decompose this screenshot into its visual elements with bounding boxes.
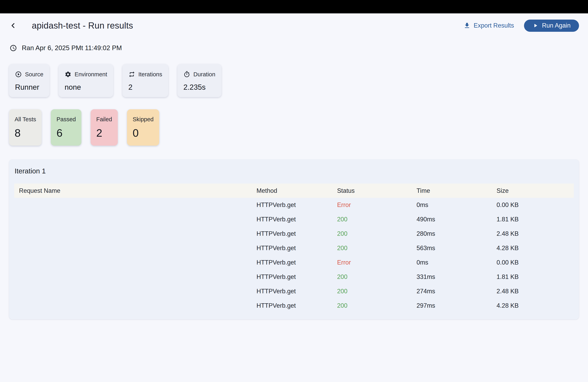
run-again-button[interactable]: Run Again	[524, 19, 579, 32]
stat-card-label: Failed	[96, 116, 112, 123]
method-cell: HTTPVerb.get	[257, 302, 337, 309]
column-header-method: Method	[257, 187, 337, 194]
table-row: HTTPVerb.get 200 297ms 4.28 KB	[14, 299, 574, 313]
summary-card-value: 2	[128, 83, 162, 92]
status-cell: Error	[337, 259, 416, 266]
summary-card-value: Runner	[15, 83, 43, 92]
time-cell: 0ms	[417, 201, 497, 209]
window-top-bar	[0, 0, 588, 13]
summary-card-label: Source	[25, 71, 43, 78]
status-cell: 200	[337, 302, 416, 309]
stat-card-value: 0	[133, 127, 154, 139]
column-header-size: Size	[497, 187, 574, 194]
column-header-status: Status	[337, 187, 416, 194]
summary-card-label: Iterations	[138, 71, 162, 78]
run-timestamp-row: Ran Apr 6, 2025 PMt 11:49:02 PM	[9, 44, 579, 52]
results-table: Request Name Method Status Time Size HTT…	[14, 184, 574, 313]
results-table-header: Request Name Method Status Time Size	[14, 184, 574, 198]
table-row: HTTPVerb.get 200 563ms 4.28 KB	[14, 241, 574, 255]
column-header-request-name: Request Name	[14, 187, 257, 194]
stat-card-skipped[interactable]: Skipped 0	[127, 109, 159, 146]
status-cell: 200	[337, 216, 416, 223]
export-results-button[interactable]: Export Results	[463, 22, 514, 29]
size-cell: 4.28 KB	[497, 245, 574, 252]
status-cell: 200	[337, 288, 416, 295]
stat-card-label: Skipped	[133, 116, 154, 123]
stat-card-value: 6	[56, 127, 76, 139]
size-cell: 1.81 KB	[497, 273, 574, 281]
time-cell: 331ms	[417, 273, 497, 281]
summary-card-value: 2.235s	[183, 83, 215, 92]
status-cell: 200	[337, 245, 416, 252]
summary-card-environment: Environment none	[59, 64, 113, 97]
stopwatch-icon	[183, 71, 190, 78]
repeat-icon	[128, 71, 135, 78]
summary-card-iterations: Iterations 2	[122, 64, 168, 97]
column-header-time: Time	[417, 187, 497, 194]
stat-card-passed[interactable]: Passed 6	[51, 109, 81, 146]
size-cell: 2.48 KB	[497, 288, 574, 295]
method-cell: HTTPVerb.get	[257, 273, 337, 281]
summary-card-label: Duration	[193, 71, 215, 78]
time-cell: 0ms	[417, 259, 497, 266]
time-cell: 490ms	[417, 216, 497, 223]
export-results-label: Export Results	[474, 22, 514, 29]
summary-card-source: Source Runner	[9, 64, 49, 97]
table-row: HTTPVerb.get 200 274ms 2.48 KB	[14, 284, 574, 299]
back-button[interactable]	[9, 20, 20, 31]
gear-icon	[64, 71, 71, 78]
run-timestamp: Ran Apr 6, 2025 PMt 11:49:02 PM	[22, 44, 122, 52]
time-cell: 274ms	[417, 288, 497, 295]
method-cell: HTTPVerb.get	[257, 201, 337, 209]
iteration-results-panel: Iteration 1 Request Name Method Status T…	[9, 159, 579, 320]
table-row: HTTPVerb.get Error 0ms 0.00 KB	[14, 255, 574, 270]
run-again-label: Run Again	[542, 22, 571, 29]
time-cell: 280ms	[417, 230, 497, 237]
table-row: HTTPVerb.get 200 331ms 1.81 KB	[14, 270, 574, 284]
status-cell: 200	[337, 230, 416, 237]
stat-card-value: 8	[15, 127, 36, 139]
status-cell: 200	[337, 273, 416, 281]
size-cell: 0.00 KB	[497, 201, 574, 209]
method-cell: HTTPVerb.get	[257, 259, 337, 266]
page-header: apidash-test - Run results Export Result…	[9, 19, 579, 32]
summary-cards: Source Runner Environment none Iteration…	[9, 64, 579, 97]
stat-card-failed[interactable]: Failed 2	[91, 109, 118, 146]
iteration-title: Iteration 1	[14, 167, 574, 175]
size-cell: 1.81 KB	[497, 216, 574, 223]
method-cell: HTTPVerb.get	[257, 245, 337, 252]
play-icon	[532, 22, 538, 29]
status-cell: Error	[337, 201, 416, 209]
table-row: HTTPVerb.get 200 280ms 2.48 KB	[14, 227, 574, 241]
chevron-left-icon	[9, 21, 17, 30]
method-cell: HTTPVerb.get	[257, 288, 337, 295]
results-table-body: HTTPVerb.get Error 0ms 0.00 KB HTTPVerb.…	[14, 198, 574, 313]
stat-card-label: Passed	[56, 116, 76, 123]
clock-icon	[10, 44, 17, 52]
stat-cards: All Tests 8 Passed 6 Failed 2 Skipped 0	[9, 109, 579, 146]
stat-card-label: All Tests	[15, 116, 36, 123]
size-cell: 2.48 KB	[497, 230, 574, 237]
download-icon	[463, 22, 471, 29]
page-title: apidash-test - Run results	[32, 20, 133, 31]
table-row: HTTPVerb.get Error 0ms 0.00 KB	[14, 198, 574, 212]
run-results-page: apidash-test - Run results Export Result…	[0, 19, 588, 320]
stat-card-value: 2	[96, 127, 112, 139]
method-cell: HTTPVerb.get	[257, 216, 337, 223]
summary-card-value: none	[64, 83, 107, 92]
play-circle-icon	[15, 71, 22, 78]
summary-card-duration: Duration 2.235s	[177, 64, 221, 97]
size-cell: 0.00 KB	[497, 259, 574, 266]
time-cell: 563ms	[417, 245, 497, 252]
method-cell: HTTPVerb.get	[257, 230, 337, 237]
time-cell: 297ms	[417, 302, 497, 309]
size-cell: 4.28 KB	[497, 302, 574, 309]
table-row: HTTPVerb.get 200 490ms 1.81 KB	[14, 212, 574, 227]
summary-card-label: Environment	[75, 71, 107, 78]
stat-card-all-tests[interactable]: All Tests 8	[9, 109, 42, 146]
